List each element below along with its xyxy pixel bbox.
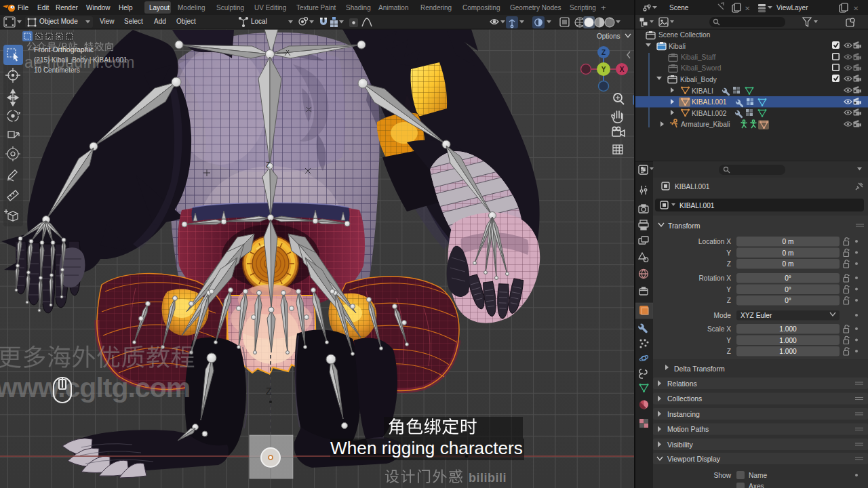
svg-text:0°: 0° (785, 286, 791, 293)
svg-text:Scene: Scene (669, 4, 689, 12)
svg-text:Axes: Axes (749, 483, 764, 488)
svg-text:Armature_Kibali: Armature_Kibali (681, 121, 730, 128)
svg-text:Show: Show (714, 472, 732, 479)
svg-text:Z: Z (727, 260, 731, 268)
svg-text:0°: 0° (785, 274, 791, 282)
svg-text:Z: Z (266, 161, 270, 169)
svg-text:www.cgltg.com: www.cgltg.com (0, 372, 190, 403)
svg-text:Motion Paths: Motion Paths (667, 425, 709, 433)
svg-text:1.000: 1.000 (779, 348, 797, 355)
svg-text:Kibali_Staff: Kibali_Staff (681, 54, 716, 61)
svg-text:Z: Z (727, 297, 731, 304)
svg-text:Compositing: Compositing (462, 4, 500, 12)
svg-text:Collections: Collections (667, 394, 702, 403)
svg-text:Name: Name (749, 472, 768, 479)
svg-text:Kibali_Sword: Kibali_Sword (681, 64, 722, 72)
svg-text:Relations: Relations (667, 380, 697, 388)
svg-text:Scene Collection: Scene Collection (658, 31, 710, 39)
svg-text:Kibali_Body: Kibali_Body (680, 76, 717, 83)
svg-text:Sculpting: Sculpting (216, 4, 244, 12)
svg-text:Object Mode: Object Mode (39, 18, 78, 25)
svg-text:Texture Paint: Texture Paint (296, 4, 336, 12)
svg-text:Mode: Mode (714, 312, 732, 319)
svg-text:0 m: 0 m (783, 238, 794, 245)
svg-text:Delta Transform: Delta Transform (674, 365, 725, 373)
svg-text:Geometry Nodes: Geometry Nodes (510, 4, 561, 12)
svg-text:Options: Options (597, 33, 620, 40)
svg-text:Select: Select (124, 18, 143, 25)
svg-text:Local: Local (251, 18, 267, 25)
svg-text:Y: Y (726, 249, 731, 257)
svg-text:Rotation X: Rotation X (698, 274, 731, 282)
svg-text:Modeling: Modeling (178, 4, 205, 12)
svg-text:0 m: 0 m (783, 249, 794, 257)
svg-text:KIBALI.001: KIBALI.001 (692, 98, 727, 106)
svg-text:XYZ Euler: XYZ Euler (741, 312, 772, 319)
svg-text:Y: Y (726, 337, 731, 344)
svg-text:KIBALI.002: KIBALI.002 (692, 110, 727, 117)
svg-text:Z: Z (601, 49, 606, 56)
svg-text:Edit: Edit (37, 4, 49, 12)
svg-text:0 m: 0 m (783, 260, 794, 268)
svg-text:View: View (100, 18, 115, 25)
svg-text:Instancing: Instancing (667, 410, 700, 418)
svg-text:Object: Object (176, 18, 196, 25)
svg-text:Viewport Display: Viewport Display (667, 455, 721, 463)
svg-text:Scale X: Scale X (707, 325, 731, 333)
svg-text:0°: 0° (785, 297, 791, 304)
svg-text:X: X (620, 66, 625, 73)
svg-text:Visibility: Visibility (667, 441, 693, 449)
svg-text:Add: Add (154, 18, 166, 25)
svg-text:✕: ✕ (745, 5, 750, 12)
svg-text:Kibali: Kibali (669, 43, 686, 50)
svg-text:Location X: Location X (698, 238, 731, 245)
svg-text:1.000: 1.000 (779, 337, 797, 344)
svg-text:Transform: Transform (668, 222, 701, 230)
svg-text:Help: Help (119, 4, 133, 12)
svg-text:✕: ✕ (853, 5, 859, 12)
svg-text:KIBALI: KIBALI (692, 87, 713, 95)
svg-text:ae.houdini.com: ae.houdini.com (24, 54, 135, 71)
svg-text:1.000: 1.000 (779, 325, 797, 333)
svg-text:Scripting: Scripting (570, 4, 596, 12)
svg-text:+: + (601, 3, 606, 13)
svg-text:Window: Window (86, 4, 111, 12)
svg-text:UV Editing: UV Editing (254, 4, 286, 12)
svg-text:Y: Y (726, 286, 731, 293)
svg-text:Z: Z (727, 348, 731, 355)
svg-text:Y: Y (601, 66, 606, 73)
svg-text:Layout: Layout (149, 4, 170, 12)
svg-text:Animation: Animation (378, 4, 408, 12)
svg-text:Render: Render (56, 4, 78, 12)
svg-text:File: File (18, 4, 29, 12)
svg-text:bilibili: bilibili (469, 471, 507, 485)
svg-text:Rendering: Rendering (420, 4, 452, 12)
svg-text:KIBALI.001: KIBALI.001 (679, 202, 715, 209)
svg-text:KIBALI.001: KIBALI.001 (675, 183, 710, 190)
svg-text:Shading: Shading (346, 4, 371, 12)
svg-text:When rigging characters: When rigging characters (330, 438, 523, 458)
svg-text:ViewLayer: ViewLayer (776, 4, 808, 12)
svg-text:Z: Z (266, 386, 272, 396)
